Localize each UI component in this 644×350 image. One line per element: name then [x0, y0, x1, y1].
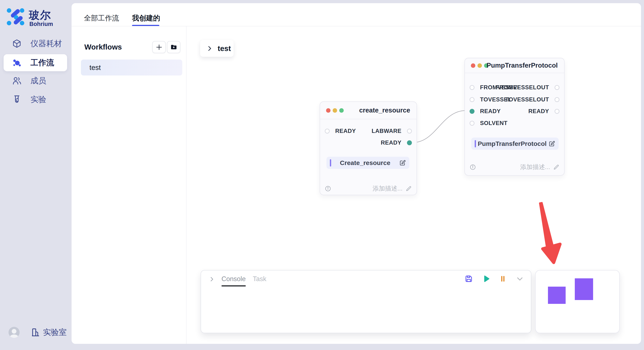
edit-icon[interactable] — [548, 140, 555, 147]
lab-switcher-label[interactable]: 实验室 — [43, 327, 67, 338]
node-name-label: PumpTransferProtocol — [476, 140, 548, 147]
tab-all-workflows[interactable]: 全部工作流 — [84, 13, 119, 23]
node-title: create_resource — [359, 107, 410, 114]
sidebar-item-label: 实验 — [30, 94, 46, 105]
bohrium-logo-icon — [6, 8, 25, 26]
node-header: create_resource — [320, 102, 416, 119]
pencil-icon[interactable] — [406, 185, 412, 192]
port-handle-connected[interactable] — [470, 109, 474, 114]
port-handle[interactable] — [554, 97, 560, 102]
play-icon[interactable] — [482, 274, 491, 283]
port-handle[interactable] — [325, 129, 330, 134]
brand-subtitle: Bohrium — [30, 21, 53, 27]
info-icon[interactable] — [325, 185, 331, 192]
sidebar-item-members[interactable]: 成员 — [4, 72, 67, 89]
sidebar-item-workflows[interactable]: 工作流 — [4, 54, 67, 71]
input-port-ready[interactable]: READY — [325, 128, 356, 134]
node-name-label: Create_resource — [331, 159, 399, 167]
collapse-chevron-right-icon[interactable] — [208, 276, 216, 283]
sidebar-item-label: 成员 — [30, 75, 46, 86]
node-header-divider — [465, 73, 564, 73]
description-placeholder[interactable]: 添加描述... — [520, 163, 550, 172]
chevron-down-icon[interactable] — [515, 274, 524, 283]
port-handle[interactable] — [554, 85, 560, 90]
pause-icon[interactable] — [498, 274, 507, 283]
workflow-people-icon — [12, 58, 22, 68]
port-handle-connected[interactable] — [407, 140, 412, 145]
app-root: 玻尔 Bohrium 仪器耗材 工作流 — [0, 0, 644, 350]
output-port-labware[interactable]: LABWARE — [372, 128, 412, 134]
port-handle[interactable] — [554, 109, 560, 114]
node-name-box[interactable]: Create_resource — [326, 157, 409, 169]
output-port-ready[interactable]: READY — [528, 108, 560, 115]
sidebar-item-label: 工作流 — [30, 57, 54, 68]
import-folder-button[interactable] — [167, 41, 180, 53]
main-content-card: 全部工作流 我创建的 Workflows test — [72, 3, 641, 344]
minimap-node-pump-transfer — [575, 278, 593, 300]
breadcrumb-label: test — [218, 44, 231, 53]
node-create-resource[interactable]: create_resource READY LABWARE READY — [320, 101, 417, 195]
sidebar-footer: 实验室 — [8, 326, 68, 339]
annotation-arrow — [540, 203, 560, 263]
tab-task[interactable]: Task — [253, 275, 266, 283]
edge-create-resource-to-pump — [413, 111, 466, 143]
output-port-fromvesselout[interactable]: FROMVESSELOUT — [496, 84, 560, 91]
workflow-list-item-test[interactable]: test — [81, 59, 182, 75]
port-handle[interactable] — [407, 129, 412, 134]
output-port-ready[interactable]: READY — [381, 140, 412, 146]
node-header-divider — [320, 119, 416, 119]
sidebar-item-label: 仪器耗材 — [30, 38, 62, 49]
traffic-dot-red — [326, 108, 330, 113]
workflow-item-label: test — [90, 64, 101, 72]
edit-icon[interactable] — [399, 160, 406, 166]
building-icon — [31, 328, 40, 337]
port-handle[interactable] — [470, 97, 474, 102]
traffic-dot-yellow — [478, 63, 482, 68]
port-handle[interactable] — [470, 85, 474, 90]
traffic-dot-green — [339, 108, 344, 113]
plus-icon — [156, 44, 163, 51]
input-port-solvent[interactable]: SOLVENT — [470, 120, 508, 127]
traffic-dot-red — [471, 63, 475, 68]
cube-icon — [12, 38, 22, 49]
console-panel: Console Task — [200, 270, 531, 333]
node-footer: 添加描述... — [325, 184, 412, 193]
sidebar: 玻尔 Bohrium 仪器耗材 工作流 — [0, 0, 71, 350]
traffic-dot-yellow — [333, 108, 337, 113]
folder-download-icon — [170, 44, 178, 51]
output-port-tovesselout[interactable]: TOVESSELOUT — [505, 96, 560, 103]
sidebar-item-experiments[interactable]: 实验 — [4, 91, 67, 108]
test-tube-icon — [12, 94, 22, 105]
pencil-icon[interactable] — [553, 164, 560, 170]
save-icon[interactable] — [464, 274, 473, 283]
description-placeholder[interactable]: 添加描述... — [373, 184, 402, 193]
node-title: PumpTransferProtocol — [486, 62, 558, 69]
brand-title: 玻尔 — [29, 8, 51, 22]
console-tab-underline — [222, 285, 246, 286]
add-workflow-button[interactable] — [152, 41, 166, 53]
brand: 玻尔 Bohrium — [6, 8, 66, 27]
tab-created-by-me[interactable]: 我创建的 — [132, 13, 160, 23]
user-avatar[interactable] — [8, 327, 20, 338]
minimap-node-create-resource — [548, 287, 566, 304]
minimap[interactable] — [535, 270, 620, 333]
tab-console[interactable]: Console — [222, 275, 246, 283]
node-pump-transfer-protocol[interactable]: PumpTransferProtocol FROMVESSEL FROMVESS… — [464, 58, 564, 176]
node-footer: 添加描述... — [470, 163, 560, 172]
port-handle[interactable] — [470, 121, 474, 126]
breadcrumb[interactable]: test — [200, 40, 234, 57]
input-port-ready[interactable]: READY — [470, 108, 501, 115]
node-header: PumpTransferProtocol — [465, 58, 564, 73]
chevron-right-icon — [206, 45, 213, 52]
info-icon[interactable] — [470, 164, 476, 170]
members-icon — [12, 76, 22, 86]
sidebar-item-instruments[interactable]: 仪器耗材 — [4, 35, 67, 52]
node-name-box[interactable]: PumpTransferProtocol — [471, 138, 558, 150]
workflows-panel-title: Workflows — [84, 43, 122, 51]
